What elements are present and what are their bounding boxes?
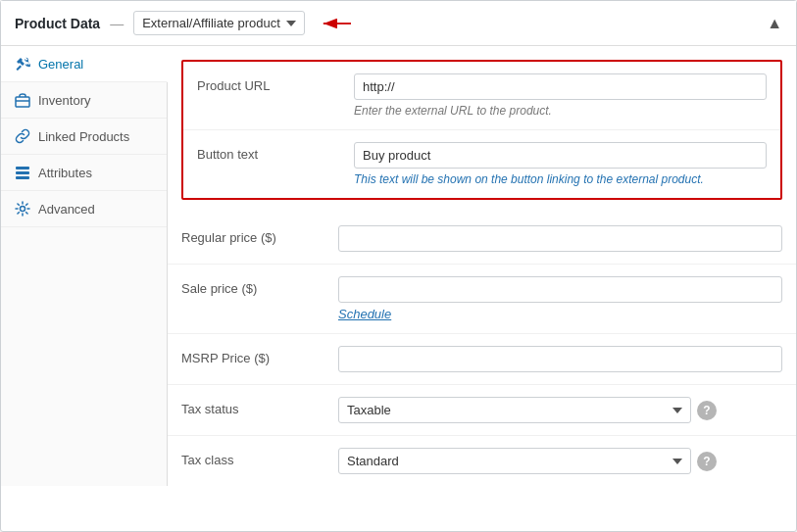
sale-price-input[interactable] (338, 276, 782, 303)
attributes-icon (15, 165, 30, 180)
sidebar-item-advanced[interactable]: Advanced (1, 191, 167, 227)
button-text-field: This text will be shown on the button li… (354, 142, 767, 186)
product-url-label: Product URL (197, 73, 354, 93)
tax-status-row: Tax status Taxable Shipping only None ? (168, 385, 796, 436)
product-data-body: General Inventory (1, 46, 796, 486)
button-text-row: Button text This text will be shown on t… (183, 130, 780, 198)
header-separator: — (110, 16, 124, 31)
sidebar-item-attributes[interactable]: Attributes (1, 155, 167, 191)
sale-price-label: Sale price ($) (181, 276, 338, 296)
collapse-button[interactable]: ▲ (767, 15, 782, 32)
product-url-input[interactable] (354, 73, 767, 100)
button-text-input[interactable] (354, 142, 767, 169)
sale-price-row: Sale price ($) Schedule (168, 265, 796, 334)
tax-status-select[interactable]: Taxable Shipping only None (338, 397, 691, 423)
sidebar-advanced-label: Advanced (38, 202, 95, 217)
box-icon (15, 92, 30, 108)
sidebar-linked-products-label: Linked Products (38, 129, 129, 144)
tax-class-field: Standard Reduced rate Zero rate ? (338, 448, 782, 474)
tax-status-help-icon[interactable]: ? (697, 401, 717, 420)
tax-class-wrapper: Standard Reduced rate Zero rate ? (338, 448, 782, 474)
svg-rect-2 (16, 97, 29, 107)
product-url-row: Product URL Enter the external URL to th… (183, 62, 780, 130)
regular-price-field (338, 225, 782, 252)
msrp-price-input[interactable] (338, 346, 782, 372)
product-url-hint: Enter the external URL to the product. (354, 104, 767, 118)
regular-price-input[interactable] (338, 225, 782, 252)
product-type-select[interactable]: External/Affiliate product Simple produc… (133, 11, 305, 35)
sidebar-inventory-label: Inventory (38, 93, 90, 108)
sale-price-field: Schedule (338, 276, 782, 321)
sidebar-item-inventory[interactable]: Inventory (1, 82, 167, 119)
link-icon (15, 128, 30, 144)
regular-price-label: Regular price ($) (181, 225, 338, 245)
regular-price-row: Regular price ($) (168, 214, 796, 265)
button-text-label: Button text (197, 142, 354, 162)
button-text-hint: This text will be shown on the button li… (354, 172, 767, 186)
gear-icon (15, 201, 30, 217)
wrench-icon (15, 56, 30, 72)
tax-status-wrapper: Taxable Shipping only None ? (338, 397, 782, 423)
sidebar-attributes-label: Attributes (38, 166, 92, 180)
tax-class-label: Tax class (181, 448, 338, 467)
msrp-price-field (338, 346, 782, 372)
tax-status-label: Tax status (181, 397, 338, 416)
external-product-section: Product URL Enter the external URL to th… (181, 60, 782, 200)
tax-class-row: Tax class Standard Reduced rate Zero rat… (168, 436, 796, 486)
tax-class-select[interactable]: Standard Reduced rate Zero rate (338, 448, 691, 474)
tax-status-field: Taxable Shipping only None ? (338, 397, 782, 423)
msrp-price-row: MSRP Price ($) (168, 334, 796, 385)
main-content: Product URL Enter the external URL to th… (168, 46, 796, 486)
svg-rect-5 (16, 171, 29, 174)
product-data-title: Product Data (15, 16, 100, 31)
product-url-field: Enter the external URL to the product. (354, 73, 767, 118)
product-data-panel: Product Data — External/Affiliate produc… (0, 0, 797, 532)
svg-point-7 (21, 207, 25, 212)
svg-rect-4 (16, 167, 29, 169)
sidebar-general-label: General (38, 57, 83, 72)
schedule-link[interactable]: Schedule (338, 307, 391, 321)
msrp-price-label: MSRP Price ($) (181, 346, 338, 365)
svg-rect-6 (16, 176, 29, 179)
sidebar: General Inventory (1, 46, 168, 486)
sidebar-item-general[interactable]: General (1, 46, 168, 82)
sidebar-item-linked-products[interactable]: Linked Products (1, 119, 167, 155)
product-data-header: Product Data — External/Affiliate produc… (1, 1, 796, 46)
arrow-indicator (319, 14, 354, 33)
tax-class-help-icon[interactable]: ? (697, 452, 717, 471)
